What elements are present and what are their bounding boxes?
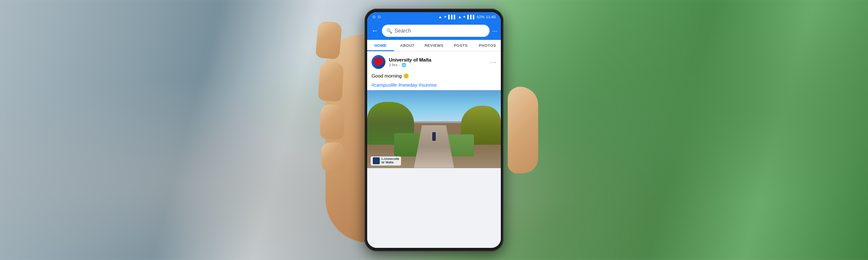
- post-time: 3 hrs · 🌐: [389, 63, 487, 67]
- status-right-icons: ▲ ✦ ▌▌▌ ▲ ✦ ▌▌▌ 62% 11:40: [438, 15, 496, 19]
- search-box[interactable]: 🔍 Search: [382, 25, 490, 37]
- scene: ⊙ ⊙ ▲ ✦ ▌▌▌ ▲ ✦ ▌▌▌ 62% 11:40 ← 🔍: [0, 0, 868, 260]
- watermark-text: L-Università ta' Malta: [381, 157, 399, 165]
- finger-1: [315, 21, 342, 59]
- battery-text: ▲ ✦ ▌▌▌ 62%: [458, 15, 485, 19]
- search-input[interactable]: Search: [395, 28, 411, 34]
- status-left-icons: ⊙ ⊙: [372, 15, 381, 19]
- finger-4: [321, 142, 345, 171]
- post-text: Good morning 🙂: [367, 71, 501, 82]
- wifi-icon: ✦: [444, 15, 447, 19]
- globe-icon: ·: [399, 63, 400, 67]
- hand-holding-phone: ⊙ ⊙ ▲ ✦ ▌▌▌ ▲ ✦ ▌▌▌ 62% 11:40 ← 🔍: [326, 0, 542, 260]
- tab-bar: HOME ABOUT REVIEWS POSTS PHOTOS: [367, 40, 501, 52]
- finger-3: [320, 104, 344, 140]
- phone-screen: ⊙ ⊙ ▲ ✦ ▌▌▌ ▲ ✦ ▌▌▌ 62% 11:40 ← 🔍: [367, 12, 501, 248]
- post-author[interactable]: University of Malta: [389, 57, 487, 63]
- post-image: L-Università ta' Malta: [367, 90, 501, 168]
- post-card: University of Malta 3 hrs · 🌐 ··· Good m…: [367, 52, 501, 168]
- fingers: [317, 22, 341, 174]
- post-meta: University of Malta 3 hrs · 🌐: [389, 57, 487, 67]
- finger-2: [318, 62, 344, 102]
- signal-icon: ▲: [438, 15, 442, 19]
- instagram-icon: ⊙: [372, 15, 376, 19]
- tab-photos[interactable]: PHOTOS: [474, 40, 501, 51]
- thumb-right: [508, 87, 538, 173]
- time-display: 11:40: [486, 15, 496, 19]
- tab-posts[interactable]: POSTS: [447, 40, 474, 51]
- status-bar: ⊙ ⊙ ▲ ✦ ▌▌▌ ▲ ✦ ▌▌▌ 62% 11:40: [367, 12, 501, 22]
- post-options-button[interactable]: ···: [490, 58, 496, 65]
- image-path: [414, 125, 454, 168]
- post-header: University of Malta 3 hrs · 🌐 ···: [367, 52, 501, 71]
- search-icon: 🔍: [386, 28, 392, 34]
- phone-device: ⊙ ⊙ ▲ ✦ ▌▌▌ ▲ ✦ ▌▌▌ 62% 11:40 ← 🔍: [365, 9, 503, 251]
- image-person: [432, 132, 436, 141]
- tab-reviews[interactable]: REVIEWS: [421, 40, 447, 51]
- watermark-logo-icon: [373, 157, 380, 164]
- university-logo: [374, 57, 383, 67]
- tab-about[interactable]: ABOUT: [394, 40, 421, 51]
- nav-bar: ← 🔍 Search ···: [367, 22, 501, 40]
- avatar: [372, 55, 385, 69]
- tab-home[interactable]: HOME: [367, 40, 394, 51]
- more-options-button[interactable]: ···: [492, 27, 497, 34]
- image-watermark: L-Università ta' Malta: [371, 156, 401, 166]
- post-hashtags: #campuslife #newday #sunrise: [367, 82, 501, 90]
- back-button[interactable]: ←: [371, 26, 379, 36]
- feed: University of Malta 3 hrs · 🌐 ··· Good m…: [367, 52, 501, 248]
- signal-bars-icon: ▌▌▌: [448, 15, 457, 19]
- icon2: ⊙: [378, 15, 381, 19]
